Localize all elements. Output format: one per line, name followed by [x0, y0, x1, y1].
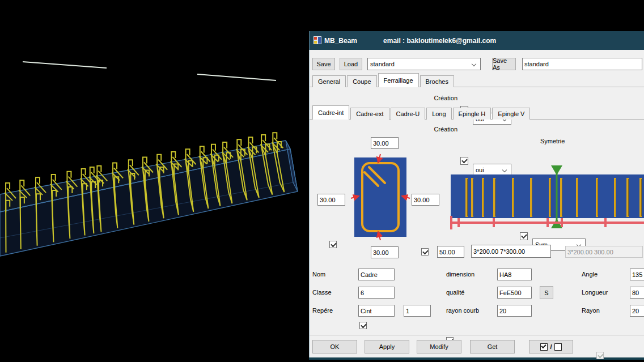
- pattern-input[interactable]: [471, 245, 551, 258]
- save-as-input[interactable]: [522, 58, 642, 70]
- title-bar[interactable]: MB_Beam email : bakloutimelek6@gmail.com: [309, 31, 644, 50]
- dimension-label: dimension: [446, 271, 474, 278]
- screen: MB_Beam email : bakloutimelek6@gmail.com…: [0, 0, 644, 362]
- save-button[interactable]: Save: [312, 58, 335, 70]
- cover-right-checkbox[interactable]: [421, 248, 429, 255]
- cover-bottom-checkbox[interactable]: [359, 322, 367, 329]
- email-label: email : bakloutimelek6@gmail.com: [383, 37, 496, 45]
- tab-cadre-u[interactable]: Cadre-U: [391, 108, 426, 120]
- rayon-label: Rayon: [582, 307, 600, 314]
- tab-epingle-v[interactable]: Epingle V: [492, 108, 530, 120]
- elevation-view: [450, 164, 644, 230]
- cover-top-input[interactable]: [371, 137, 399, 149]
- nom-label: Nom: [312, 271, 325, 278]
- cover-right-input[interactable]: [412, 194, 439, 206]
- pattern-mirrored-input: [565, 246, 643, 258]
- check-all-toggle-button[interactable]: /: [529, 340, 573, 354]
- cover-left-checkbox[interactable]: [329, 241, 337, 248]
- tab-ferraillage[interactable]: Ferraillage: [378, 73, 419, 87]
- angle-input[interactable]: [630, 269, 644, 280]
- longueur-input[interactable]: [630, 287, 644, 299]
- repere-input[interactable]: [358, 305, 395, 317]
- checked-box-icon: [540, 343, 548, 351]
- nom-input[interactable]: [358, 269, 395, 280]
- modify-button[interactable]: Modify: [417, 340, 461, 354]
- cross-section-view: [350, 151, 410, 242]
- tab-long[interactable]: Long: [426, 108, 451, 120]
- tab-coupe[interactable]: Coupe: [347, 75, 376, 87]
- creation-sub-label: Création: [422, 126, 457, 133]
- cover-bottom-input[interactable]: [371, 246, 399, 258]
- creation-sub-checkbox[interactable]: [460, 157, 468, 165]
- window-title: MB_Beam: [324, 37, 357, 45]
- symmetry-label: Symetrie: [540, 138, 565, 144]
- repere-label: Repére: [312, 307, 333, 314]
- sub-tabstrip: Cadre-intCadre-extCadre-ULongEpingle HEp…: [312, 105, 531, 120]
- dimension-input[interactable]: [497, 269, 532, 280]
- angle-label: Angle: [582, 271, 598, 278]
- tab-general[interactable]: General: [312, 75, 346, 87]
- qualite-label: qualité: [446, 289, 464, 296]
- viewport-3d-beam[interactable]: [0, 0, 309, 362]
- tab-cadre-ext[interactable]: Cadre-ext: [350, 108, 389, 120]
- load-button[interactable]: Load: [340, 58, 362, 70]
- app-icon: [313, 36, 322, 45]
- symmetry-checkbox[interactable]: [520, 232, 528, 240]
- window-bottom-border: [309, 357, 644, 360]
- tab-cadre-int[interactable]: Cadre-int: [312, 105, 349, 120]
- main-tabstrip: GeneralCoupeFerraillageBroches: [312, 73, 455, 87]
- classe-input[interactable]: [358, 287, 395, 299]
- footer-separator: [310, 335, 644, 336]
- rayon-input[interactable]: [630, 305, 644, 317]
- s-button[interactable]: S: [540, 286, 553, 299]
- apply-button[interactable]: Apply: [365, 340, 409, 354]
- unchecked-box-icon: [554, 343, 562, 351]
- repere-num-input[interactable]: [404, 305, 431, 317]
- rayon-courb-label: rayon courb: [446, 307, 479, 314]
- cover-left-input[interactable]: [317, 194, 345, 206]
- classe-label: Classe: [312, 289, 332, 296]
- offset-input[interactable]: [437, 246, 464, 258]
- tab-broches[interactable]: Broches: [420, 75, 454, 87]
- rayon-courb-input[interactable]: [497, 305, 532, 317]
- creation-main-label: Création: [422, 95, 457, 101]
- qualite-input[interactable]: [497, 287, 532, 299]
- tab-epingle-h[interactable]: Epingle H: [453, 108, 492, 120]
- pattern-mirrored-checkbox: [596, 352, 604, 359]
- ok-button[interactable]: OK: [312, 340, 357, 354]
- get-button[interactable]: Get: [470, 340, 515, 354]
- preset-combobox[interactable]: standard: [367, 58, 481, 70]
- save-as-button[interactable]: Save As: [492, 58, 516, 70]
- longueur-label: Longueur: [582, 289, 608, 296]
